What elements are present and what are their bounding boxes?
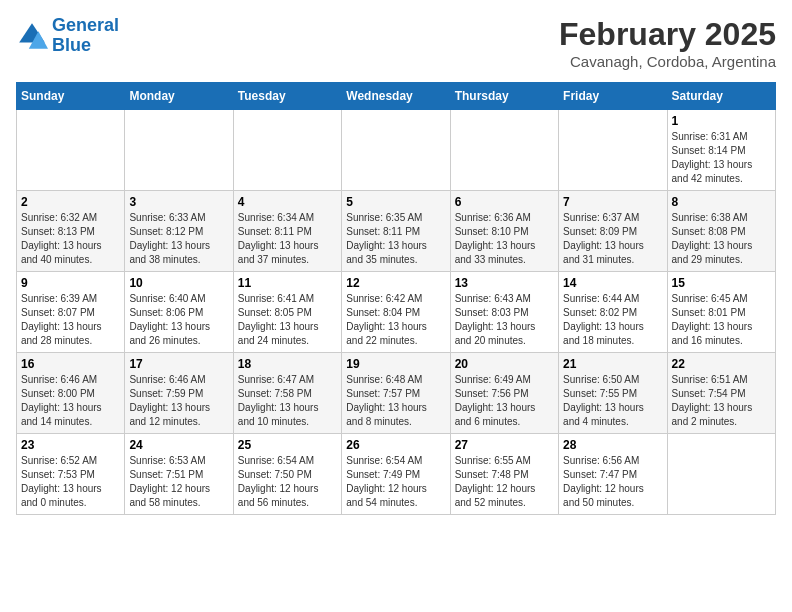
calendar-cell: 19Sunrise: 6:48 AMSunset: 7:57 PMDayligh… <box>342 353 450 434</box>
day-info: Sunrise: 6:35 AMSunset: 8:11 PMDaylight:… <box>346 211 445 267</box>
day-info: Sunrise: 6:53 AMSunset: 7:51 PMDaylight:… <box>129 454 228 510</box>
header-cell-thursday: Thursday <box>450 83 558 110</box>
day-number: 25 <box>238 438 337 452</box>
calendar-cell <box>450 110 558 191</box>
calendar-cell: 27Sunrise: 6:55 AMSunset: 7:48 PMDayligh… <box>450 434 558 515</box>
day-number: 22 <box>672 357 771 371</box>
calendar-cell: 18Sunrise: 6:47 AMSunset: 7:58 PMDayligh… <box>233 353 341 434</box>
day-number: 5 <box>346 195 445 209</box>
day-info: Sunrise: 6:52 AMSunset: 7:53 PMDaylight:… <box>21 454 120 510</box>
calendar-week-4: 23Sunrise: 6:52 AMSunset: 7:53 PMDayligh… <box>17 434 776 515</box>
day-number: 16 <box>21 357 120 371</box>
day-info: Sunrise: 6:55 AMSunset: 7:48 PMDaylight:… <box>455 454 554 510</box>
logo: General Blue <box>16 16 119 56</box>
calendar-cell: 6Sunrise: 6:36 AMSunset: 8:10 PMDaylight… <box>450 191 558 272</box>
day-number: 17 <box>129 357 228 371</box>
calendar-cell: 3Sunrise: 6:33 AMSunset: 8:12 PMDaylight… <box>125 191 233 272</box>
calendar-cell: 5Sunrise: 6:35 AMSunset: 8:11 PMDaylight… <box>342 191 450 272</box>
day-info: Sunrise: 6:32 AMSunset: 8:13 PMDaylight:… <box>21 211 120 267</box>
day-info: Sunrise: 6:41 AMSunset: 8:05 PMDaylight:… <box>238 292 337 348</box>
day-number: 27 <box>455 438 554 452</box>
calendar-cell <box>667 434 775 515</box>
calendar-cell: 12Sunrise: 6:42 AMSunset: 8:04 PMDayligh… <box>342 272 450 353</box>
day-number: 1 <box>672 114 771 128</box>
day-info: Sunrise: 6:44 AMSunset: 8:02 PMDaylight:… <box>563 292 662 348</box>
calendar-cell: 1Sunrise: 6:31 AMSunset: 8:14 PMDaylight… <box>667 110 775 191</box>
day-number: 20 <box>455 357 554 371</box>
day-info: Sunrise: 6:46 AMSunset: 8:00 PMDaylight:… <box>21 373 120 429</box>
calendar-cell: 22Sunrise: 6:51 AMSunset: 7:54 PMDayligh… <box>667 353 775 434</box>
day-info: Sunrise: 6:37 AMSunset: 8:09 PMDaylight:… <box>563 211 662 267</box>
calendar-week-1: 2Sunrise: 6:32 AMSunset: 8:13 PMDaylight… <box>17 191 776 272</box>
logo-line1: General <box>52 15 119 35</box>
calendar-cell: 7Sunrise: 6:37 AMSunset: 8:09 PMDaylight… <box>559 191 667 272</box>
day-info: Sunrise: 6:54 AMSunset: 7:49 PMDaylight:… <box>346 454 445 510</box>
day-number: 6 <box>455 195 554 209</box>
day-number: 24 <box>129 438 228 452</box>
day-info: Sunrise: 6:43 AMSunset: 8:03 PMDaylight:… <box>455 292 554 348</box>
location-subtitle: Cavanagh, Cordoba, Argentina <box>559 53 776 70</box>
header-cell-monday: Monday <box>125 83 233 110</box>
day-info: Sunrise: 6:54 AMSunset: 7:50 PMDaylight:… <box>238 454 337 510</box>
calendar-cell: 8Sunrise: 6:38 AMSunset: 8:08 PMDaylight… <box>667 191 775 272</box>
calendar-header-row: SundayMondayTuesdayWednesdayThursdayFrid… <box>17 83 776 110</box>
day-number: 28 <box>563 438 662 452</box>
calendar-cell: 24Sunrise: 6:53 AMSunset: 7:51 PMDayligh… <box>125 434 233 515</box>
page-header: General Blue February 2025 Cavanagh, Cor… <box>16 16 776 70</box>
day-info: Sunrise: 6:46 AMSunset: 7:59 PMDaylight:… <box>129 373 228 429</box>
day-number: 8 <box>672 195 771 209</box>
day-number: 10 <box>129 276 228 290</box>
day-info: Sunrise: 6:51 AMSunset: 7:54 PMDaylight:… <box>672 373 771 429</box>
day-number: 26 <box>346 438 445 452</box>
day-info: Sunrise: 6:33 AMSunset: 8:12 PMDaylight:… <box>129 211 228 267</box>
day-info: Sunrise: 6:39 AMSunset: 8:07 PMDaylight:… <box>21 292 120 348</box>
calendar-cell: 28Sunrise: 6:56 AMSunset: 7:47 PMDayligh… <box>559 434 667 515</box>
header-cell-sunday: Sunday <box>17 83 125 110</box>
day-info: Sunrise: 6:34 AMSunset: 8:11 PMDaylight:… <box>238 211 337 267</box>
calendar-week-2: 9Sunrise: 6:39 AMSunset: 8:07 PMDaylight… <box>17 272 776 353</box>
day-number: 3 <box>129 195 228 209</box>
day-info: Sunrise: 6:38 AMSunset: 8:08 PMDaylight:… <box>672 211 771 267</box>
calendar-cell: 14Sunrise: 6:44 AMSunset: 8:02 PMDayligh… <box>559 272 667 353</box>
calendar-cell: 23Sunrise: 6:52 AMSunset: 7:53 PMDayligh… <box>17 434 125 515</box>
day-number: 2 <box>21 195 120 209</box>
day-number: 15 <box>672 276 771 290</box>
calendar-cell: 16Sunrise: 6:46 AMSunset: 8:00 PMDayligh… <box>17 353 125 434</box>
logo-text: General Blue <box>52 16 119 56</box>
calendar-cell <box>125 110 233 191</box>
calendar-cell: 21Sunrise: 6:50 AMSunset: 7:55 PMDayligh… <box>559 353 667 434</box>
day-info: Sunrise: 6:36 AMSunset: 8:10 PMDaylight:… <box>455 211 554 267</box>
calendar-cell: 11Sunrise: 6:41 AMSunset: 8:05 PMDayligh… <box>233 272 341 353</box>
calendar-cell: 9Sunrise: 6:39 AMSunset: 8:07 PMDaylight… <box>17 272 125 353</box>
calendar-cell: 25Sunrise: 6:54 AMSunset: 7:50 PMDayligh… <box>233 434 341 515</box>
day-number: 12 <box>346 276 445 290</box>
day-info: Sunrise: 6:56 AMSunset: 7:47 PMDaylight:… <box>563 454 662 510</box>
day-info: Sunrise: 6:48 AMSunset: 7:57 PMDaylight:… <box>346 373 445 429</box>
calendar-cell: 13Sunrise: 6:43 AMSunset: 8:03 PMDayligh… <box>450 272 558 353</box>
calendar-week-3: 16Sunrise: 6:46 AMSunset: 8:00 PMDayligh… <box>17 353 776 434</box>
header-cell-tuesday: Tuesday <box>233 83 341 110</box>
calendar-cell: 15Sunrise: 6:45 AMSunset: 8:01 PMDayligh… <box>667 272 775 353</box>
day-number: 23 <box>21 438 120 452</box>
header-cell-wednesday: Wednesday <box>342 83 450 110</box>
day-number: 18 <box>238 357 337 371</box>
day-number: 7 <box>563 195 662 209</box>
calendar-cell: 2Sunrise: 6:32 AMSunset: 8:13 PMDaylight… <box>17 191 125 272</box>
calendar-table: SundayMondayTuesdayWednesdayThursdayFrid… <box>16 82 776 515</box>
calendar-cell: 20Sunrise: 6:49 AMSunset: 7:56 PMDayligh… <box>450 353 558 434</box>
calendar-cell: 26Sunrise: 6:54 AMSunset: 7:49 PMDayligh… <box>342 434 450 515</box>
day-info: Sunrise: 6:31 AMSunset: 8:14 PMDaylight:… <box>672 130 771 186</box>
logo-line2: Blue <box>52 35 91 55</box>
logo-icon <box>16 20 48 52</box>
day-info: Sunrise: 6:40 AMSunset: 8:06 PMDaylight:… <box>129 292 228 348</box>
day-number: 11 <box>238 276 337 290</box>
header-cell-saturday: Saturday <box>667 83 775 110</box>
day-number: 13 <box>455 276 554 290</box>
day-number: 14 <box>563 276 662 290</box>
calendar-cell <box>342 110 450 191</box>
calendar-cell <box>17 110 125 191</box>
calendar-cell: 10Sunrise: 6:40 AMSunset: 8:06 PMDayligh… <box>125 272 233 353</box>
calendar-week-0: 1Sunrise: 6:31 AMSunset: 8:14 PMDaylight… <box>17 110 776 191</box>
day-info: Sunrise: 6:50 AMSunset: 7:55 PMDaylight:… <box>563 373 662 429</box>
header-cell-friday: Friday <box>559 83 667 110</box>
